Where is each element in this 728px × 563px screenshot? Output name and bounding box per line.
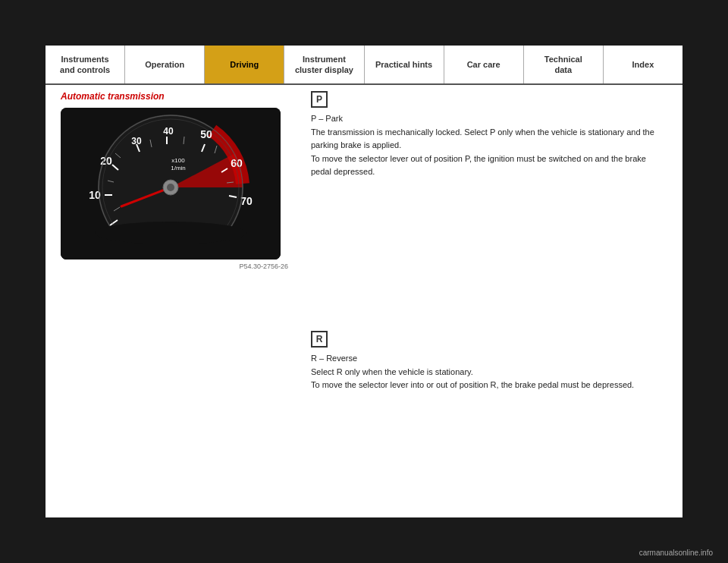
nav-item-technical-data[interactable]: Technical data [524, 46, 604, 83]
right-column: P P – Park The transmission is mechanica… [303, 91, 667, 404]
section-r-text: R – Reverse Select R only when the vehic… [311, 352, 667, 392]
section-p: P P – Park The transmission is mechanica… [311, 91, 667, 179]
tachometer-svg: 0 10 20 30 40 50 60 70 x100 1/min [61, 108, 281, 259]
page-content: Automatic transmission [46, 85, 682, 420]
svg-point-29 [167, 184, 174, 191]
nav-item-practical-hints[interactable]: Practical hints [365, 46, 444, 83]
badge-r: R [311, 331, 328, 348]
image-caption: P54.30-2756-26 [61, 263, 288, 270]
watermark: carmanualsonline.info [639, 549, 713, 557]
svg-text:1/min: 1/min [171, 165, 186, 171]
nav-item-instruments[interactable]: Instruments and controls [46, 46, 125, 83]
navigation-bar: Instruments and controls Operation Drivi… [46, 46, 682, 85]
svg-text:40: 40 [163, 126, 174, 137]
left-column: Automatic transmission [61, 91, 288, 404]
badge-p: P [311, 91, 328, 108]
svg-text:30: 30 [131, 136, 142, 146]
svg-text:x100: x100 [171, 157, 185, 164]
nav-item-operation[interactable]: Operation [125, 46, 205, 83]
nav-item-instrument-cluster[interactable]: Instrument cluster display [284, 46, 364, 83]
svg-point-38 [95, 222, 246, 244]
svg-text:50: 50 [200, 128, 212, 140]
section-p-text: P – Park The transmission is mechanicall… [311, 112, 667, 179]
nav-item-car-care[interactable]: Car care [444, 46, 524, 83]
nav-item-index[interactable]: Index [604, 46, 682, 83]
content-area: Instruments and controls Operation Drivi… [46, 46, 682, 517]
nav-item-driving[interactable]: Driving [205, 46, 284, 83]
section-r: R R – Reverse Select R only when the veh… [311, 331, 667, 392]
tachometer-display: 0 10 20 30 40 50 60 70 x100 1/min [61, 108, 281, 259]
page-title: Automatic transmission [61, 91, 288, 102]
